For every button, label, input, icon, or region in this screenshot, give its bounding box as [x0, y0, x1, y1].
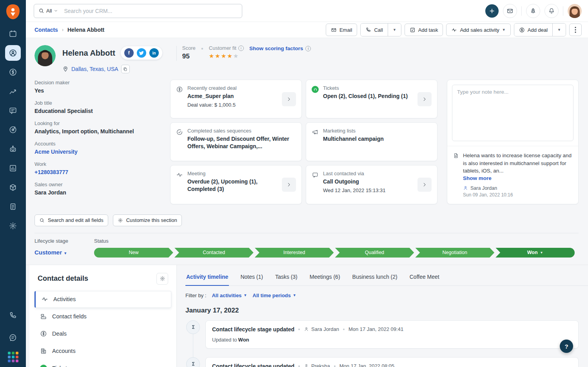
email-button[interactable]: Email [326, 24, 358, 36]
star-icon: ★ [209, 53, 215, 59]
nav-products-icon[interactable] [5, 180, 21, 195]
time-periods-filter-dropdown[interactable]: All time periods▼ [252, 293, 296, 298]
tab-coffee-meet[interactable]: Coffee Meet [409, 271, 440, 285]
account-link[interactable]: Acme University [34, 149, 161, 155]
tab-activity-timeline[interactable]: Activity timeline [185, 271, 229, 286]
app-switcher-icon[interactable] [8, 352, 18, 362]
open-deal-button[interactable] [282, 92, 296, 106]
call-button[interactable]: Call [361, 24, 387, 36]
freshworks-logo[interactable] [5, 4, 20, 20]
add-deal-dropdown-button[interactable]: ▼ [552, 24, 566, 36]
note-author: Sara Jordan [470, 185, 497, 191]
contact-details-settings-button[interactable] [156, 273, 168, 285]
add-sales-activity-button[interactable]: Add sales activity ▼ [446, 24, 510, 36]
notes-panel: Helena wants to increase license capacit… [447, 80, 579, 204]
social-links: f in [121, 46, 162, 60]
note-document-icon [453, 153, 459, 159]
task-icon [410, 27, 416, 33]
lifecycle-section: Lifecycle stage Customer ▼ Status New Co… [26, 233, 588, 265]
star-icon: ★ [221, 53, 227, 59]
add-task-button[interactable]: Add task [405, 24, 443, 36]
stage-negotiation[interactable]: Negotiation [415, 248, 494, 258]
phone-link[interactable]: +1280383777 [34, 169, 161, 175]
stage-new[interactable]: New [94, 248, 173, 258]
stage-contacted[interactable]: Contacted [174, 248, 254, 258]
nav-documents-icon[interactable] [5, 199, 21, 214]
nav-contacts-icon[interactable] [5, 45, 21, 61]
email-inbox-button[interactable] [503, 4, 517, 18]
event-title: Contact lifecycle stage updated [212, 326, 294, 332]
tab-meetings[interactable]: Meetings (6) [309, 271, 341, 285]
stage-won-dropdown[interactable]: Won▼ [495, 248, 575, 258]
chat-bubble-icon [312, 171, 319, 178]
nav-conversations-icon[interactable] [5, 103, 21, 118]
help-button[interactable]: ? [560, 340, 573, 353]
nav-calendar-icon[interactable] [5, 26, 21, 42]
search-edit-fields-button[interactable]: Search and edit all fields [34, 214, 108, 226]
dot-separator: ● [201, 46, 203, 51]
plus-icon [489, 8, 495, 14]
open-conversations-button[interactable] [417, 178, 432, 192]
layout-fields-icon [40, 313, 47, 320]
bell-icon [548, 7, 555, 15]
quick-add-button[interactable] [485, 4, 499, 18]
divider [521, 6, 522, 16]
tab-business-lunch[interactable]: Business lunch (2) [352, 271, 398, 285]
note-text: Helena wants to increase license capacit… [463, 152, 573, 175]
nav-analytics-icon[interactable] [5, 84, 21, 99]
details-item-tickets[interactable]: Tickets [34, 360, 171, 367]
details-item-activities[interactable]: Activities [34, 291, 171, 308]
customer-fit-stars: ★★★★★ [209, 53, 244, 60]
contact-location[interactable]: Dallas, Texas, USA [71, 66, 118, 72]
nav-bot-icon[interactable] [5, 141, 21, 157]
nav-reports-icon[interactable] [5, 160, 21, 176]
event-card: Contact lifecycle stage updated Preksha … [205, 357, 579, 367]
more-actions-button[interactable] [569, 24, 582, 36]
twitter-icon[interactable] [137, 48, 146, 58]
sales-sequences-card: Completed sales sequencesFollow-up, Send… [170, 122, 302, 161]
stage-interested[interactable]: Interested [255, 248, 334, 258]
show-scoring-factors-link[interactable]: Show scoring factorsi [249, 45, 311, 51]
search-scope-dropdown[interactable]: All [34, 4, 62, 18]
copy-button[interactable] [121, 65, 130, 73]
activities-filter-dropdown[interactable]: All activities▼ [212, 293, 247, 298]
customize-section-button[interactable]: Customize this section [113, 214, 182, 226]
location-pin-icon [62, 66, 69, 72]
page-header: Contacts › Helena Abbott Email Call ▼ [26, 22, 588, 38]
lifecycle-stage-label: Lifecycle stage [34, 238, 94, 244]
note-item: Helena wants to increase license capacit… [447, 146, 578, 204]
phone-dialer-icon[interactable] [5, 308, 21, 323]
details-item-deals[interactable]: Deals [34, 325, 171, 342]
nav-marketing-icon[interactable] [5, 122, 21, 138]
details-item-accounts[interactable]: Accounts [34, 343, 171, 360]
lifecycle-stage-event-icon [186, 320, 200, 334]
open-tickets-button[interactable] [417, 92, 432, 106]
facebook-icon[interactable]: f [124, 48, 134, 58]
whats-new-button[interactable] [526, 4, 540, 18]
info-icon[interactable]: i [305, 46, 311, 51]
call-dropdown-button[interactable]: ▼ [388, 24, 401, 36]
user-avatar[interactable] [568, 4, 582, 18]
app-window: All Contacts › Helena Abbott [0, 0, 588, 367]
info-icon[interactable]: i [238, 45, 244, 51]
score-block: Score 95 [182, 45, 196, 60]
stage-qualified[interactable]: Qualified [335, 248, 414, 258]
score-value: 95 [182, 53, 196, 60]
contact-fields-summary: Decision makerYes Job titleEducational S… [34, 80, 161, 204]
nav-settings-icon[interactable] [5, 218, 21, 234]
nav-deals-icon[interactable] [5, 64, 21, 80]
search-input[interactable] [62, 8, 242, 14]
open-meetings-button[interactable] [282, 178, 296, 192]
tab-tasks[interactable]: Tasks (3) [274, 271, 298, 285]
chevron-down-icon: ▼ [293, 293, 296, 297]
chat-widget-icon[interactable] [5, 330, 21, 345]
show-more-link[interactable]: Show more [463, 175, 573, 181]
lifecycle-stage-dropdown[interactable]: Customer ▼ [34, 249, 94, 256]
notifications-button[interactable] [544, 4, 559, 18]
linkedin-icon[interactable]: in [149, 48, 159, 58]
tab-notes[interactable]: Notes (1) [240, 271, 264, 285]
breadcrumb-contacts[interactable]: Contacts [34, 27, 58, 33]
details-item-contact-fields[interactable]: Contact fields [34, 308, 171, 325]
add-deal-button[interactable]: Add deal [514, 24, 552, 36]
note-input[interactable] [452, 85, 573, 139]
